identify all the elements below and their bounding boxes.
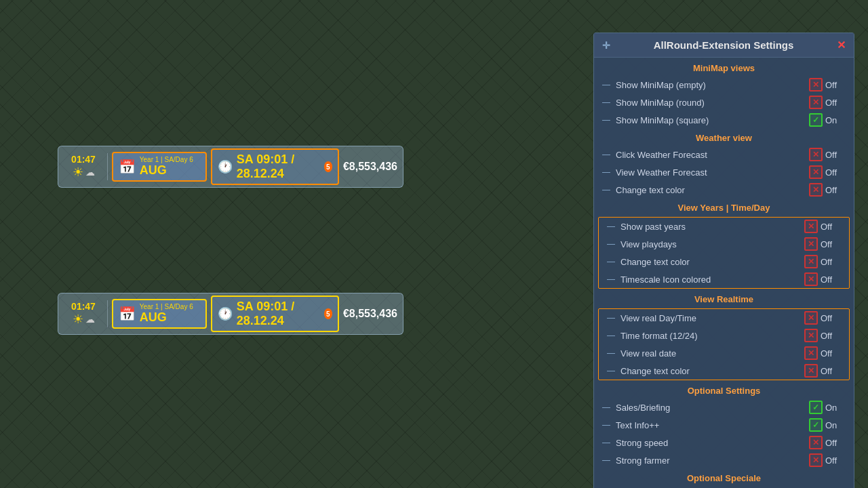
toggle-past-years[interactable]: ✕ Off: [804, 220, 841, 233]
dash-icon: —: [602, 420, 610, 430]
dash-icon: —: [607, 331, 615, 340]
dash-icon: —: [602, 185, 610, 195]
toggle-icon-sales: ✓: [809, 401, 823, 414]
toggle-click-weather[interactable]: ✕ Off: [809, 148, 846, 161]
label-past-years: Show past years: [620, 222, 804, 232]
hud-date-block-2[interactable]: 📅 Year 1 | SA/Day 6 AUG: [112, 299, 207, 329]
section-title-optional: Optional Settings: [594, 382, 854, 399]
weather-icons-2: ☀ ☁: [73, 312, 95, 327]
toggle-strong-speed[interactable]: ✕ Off: [809, 436, 846, 449]
toggle-label-strong-speed: Off: [825, 438, 846, 448]
toggle-timescale[interactable]: ✕ Off: [804, 272, 841, 286]
panel-header: ✛ AllRound-Extension Settings ✕: [594, 33, 854, 58]
panel-title: AllRound-Extension Settings: [654, 39, 794, 51]
speed-val-2: 5: [326, 310, 330, 318]
toggle-icon-strong-speed: ✕: [809, 436, 823, 449]
toggle-icon-weather-color: ✕: [809, 183, 823, 197]
setting-row-minimap-square[interactable]: — Show MiniMap (square) ✓ On: [594, 111, 854, 129]
setting-row-view-weather[interactable]: — View Weather Forecast ✕ Off: [594, 163, 854, 181]
setting-row-strong-speed[interactable]: — Strong speed ✕ Off: [594, 434, 854, 451]
dash-icon: —: [602, 115, 610, 125]
toggle-icon-minimap-round: ✕: [809, 96, 823, 109]
setting-row-real-date[interactable]: — View real date ✕ Off: [599, 344, 849, 362]
setting-row-past-years[interactable]: — Show past years ✕ Off: [599, 218, 849, 235]
toggle-icon-timescale: ✕: [804, 272, 818, 286]
speed-indicator-1: 5: [324, 161, 332, 172]
hud-bar-2: 01:47 ☀ ☁ 📅 Year 1 | SA/Day 6 AUG 🕐 SA 0…: [58, 293, 403, 335]
toggle-label-years-color: Off: [821, 257, 841, 267]
label-playdays: View playdays: [620, 239, 804, 249]
toggle-real-daytime[interactable]: ✕ Off: [804, 311, 841, 325]
realtime-section-box: — View real Day/Time ✕ Off — Time format…: [598, 308, 850, 380]
sun-icon-1: ☀: [73, 165, 83, 180]
weather-section: — Click Weather Forecast ✕ Off — View We…: [594, 146, 854, 199]
toggle-icon-time-format: ✕: [804, 329, 818, 342]
hud-date-block-1[interactable]: 📅 Year 1 | SA/Day 6 AUG: [112, 152, 207, 182]
toggle-icon-real-date: ✕: [804, 346, 818, 360]
hud-time-1: 01:47: [71, 154, 96, 165]
toggle-strong-farmer[interactable]: ✕ Off: [809, 453, 846, 467]
move-handle[interactable]: ✛: [602, 40, 610, 51]
dash-icon: —: [602, 80, 610, 89]
minimap-section: — Show MiniMap (empty) ✕ Off — Show Mini…: [594, 76, 854, 129]
label-timescale: Timescale Icon colored: [620, 274, 804, 285]
setting-row-timescale[interactable]: — Timescale Icon colored ✕ Off: [599, 270, 849, 288]
section-title-years: View Years | Time/Day: [594, 199, 854, 216]
setting-row-realtime-color[interactable]: — Change text color ✕ Off: [599, 362, 849, 380]
section-title-speciale: Optional Speciale: [594, 469, 854, 486]
dash-icon: —: [602, 455, 610, 465]
dash-icon: —: [602, 150, 610, 159]
hud-money-1: €8,553,436: [343, 161, 397, 173]
setting-row-weather-color[interactable]: — Change text color ✕ Off: [594, 181, 854, 199]
setting-row-real-daytime[interactable]: — View real Day/Time ✕ Off: [599, 309, 849, 327]
dash-icon: —: [607, 313, 615, 323]
sun-icon-2: ☀: [73, 312, 83, 327]
toggle-minimap-empty[interactable]: ✕ Off: [809, 78, 846, 92]
dash-icon: —: [602, 98, 610, 107]
setting-row-minimap-round[interactable]: — Show MiniMap (round) ✕ Off: [594, 94, 854, 111]
date-text-2: Year 1 | SA/Day 6 AUG: [140, 303, 193, 325]
setting-row-playdays[interactable]: — View playdays ✕ Off: [599, 235, 849, 253]
speed-val-1: 5: [326, 163, 330, 171]
hud-bar-1: 01:47 ☀ ☁ 📅 Year 1 | SA/Day 6 AUG 🕐 SA 0…: [58, 146, 403, 188]
setting-row-textinfo[interactable]: — Text Info++ ✓ On: [594, 416, 854, 434]
toggle-label-timescale: Off: [821, 274, 841, 285]
setting-row-click-weather[interactable]: — Click Weather Forecast ✕ Off: [594, 146, 854, 163]
toggle-icon-minimap-empty: ✕: [809, 78, 823, 92]
setting-row-minimap-empty[interactable]: — Show MiniMap (empty) ✕ Off: [594, 76, 854, 94]
close-button[interactable]: ✕: [837, 39, 846, 52]
date-text-1: Year 1 | SA/Day 6 AUG: [140, 156, 193, 178]
dash-icon: —: [607, 257, 615, 266]
toggle-realtime-color[interactable]: ✕ Off: [804, 364, 841, 378]
toggle-weather-color[interactable]: ✕ Off: [809, 183, 846, 197]
hud-clock-block-1[interactable]: 🕐 SA 09:01 / 28.12.24 5: [211, 148, 339, 185]
toggle-textinfo[interactable]: ✓ On: [809, 418, 846, 432]
optional-section: — Sales/Briefing ✓ On — Text Info++ ✓ On…: [594, 399, 854, 469]
hud-datetime-2: SA 09:01 / 28.12.24: [237, 300, 320, 328]
label-textinfo: Text Info++: [616, 420, 809, 430]
label-minimap-round: Show MiniMap (round): [616, 98, 809, 108]
dash-icon: —: [607, 222, 615, 231]
toggle-icon-years-color: ✕: [804, 255, 818, 268]
setting-row-time-format[interactable]: — Time format (12/24) ✕ Off: [599, 327, 849, 344]
hud-time-block-1: 01:47 ☀ ☁: [64, 154, 103, 180]
toggle-playdays[interactable]: ✕ Off: [804, 237, 841, 251]
toggle-icon-click-weather: ✕: [809, 148, 823, 161]
toggle-real-date[interactable]: ✕ Off: [804, 346, 841, 360]
toggle-label-playdays: Off: [821, 239, 841, 249]
toggle-years-color[interactable]: ✕ Off: [804, 255, 841, 268]
setting-row-strong-farmer[interactable]: — Strong farmer ✕ Off: [594, 451, 854, 469]
toggle-label-minimap-empty: Off: [825, 80, 846, 90]
cloud-icon-2: ☁: [85, 314, 95, 325]
setting-row-years-color[interactable]: — Change text color ✕ Off: [599, 253, 849, 270]
toggle-view-weather[interactable]: ✕ Off: [809, 165, 846, 179]
hud-clock-block-2[interactable]: 🕐 SA 09:01 / 28.12.24 5: [211, 296, 339, 332]
setting-row-sales[interactable]: — Sales/Briefing ✓ On: [594, 399, 854, 416]
toggle-sales[interactable]: ✓ On: [809, 401, 846, 414]
toggle-minimap-round[interactable]: ✕ Off: [809, 96, 846, 109]
toggle-minimap-square[interactable]: ✓ On: [809, 113, 846, 127]
dash-icon: —: [602, 403, 610, 412]
toggle-time-format[interactable]: ✕ Off: [804, 329, 841, 342]
speed-indicator-2: 5: [324, 308, 332, 319]
label-click-weather: Click Weather Forecast: [616, 150, 809, 160]
